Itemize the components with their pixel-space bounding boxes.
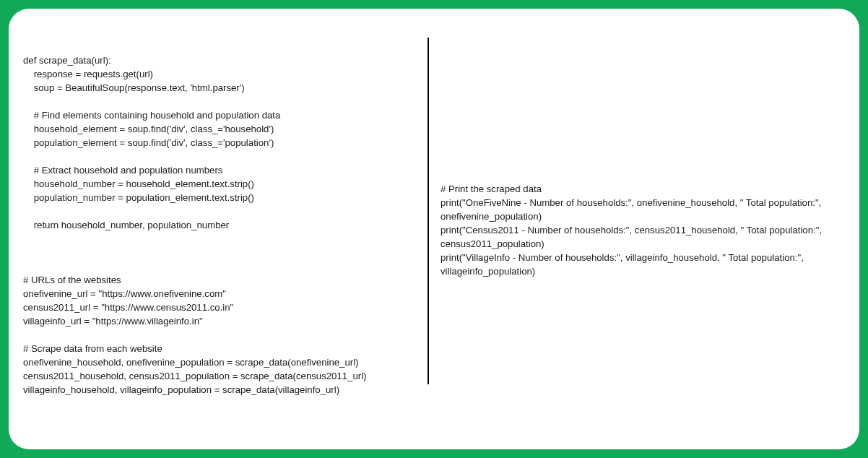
code-block-left: def scrape_data(url): response = request… <box>23 53 413 397</box>
code-card: def scrape_data(url): response = request… <box>9 9 859 449</box>
code-block-right: # Print the scraped data print("OneFiveN… <box>440 182 845 278</box>
code-column-right: # Print the scraped data print("OneFiveN… <box>428 26 845 432</box>
column-divider <box>428 38 429 384</box>
code-column-left: def scrape_data(url): response = request… <box>23 26 428 432</box>
